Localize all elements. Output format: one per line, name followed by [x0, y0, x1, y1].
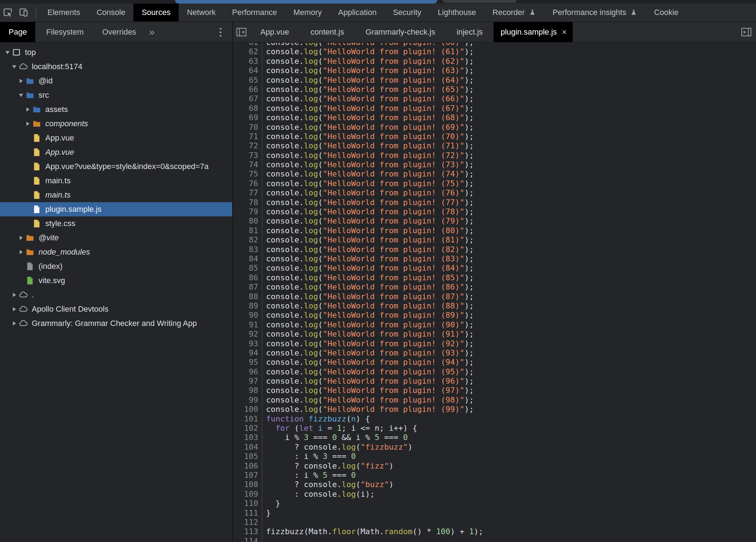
devtools-tab-memory[interactable]: Memory: [285, 4, 330, 21]
line-number[interactable]: 93: [233, 339, 258, 348]
devtools-tab-security[interactable]: Security: [385, 4, 429, 21]
code-line[interactable]: 111}: [233, 508, 756, 518]
code-line[interactable]: 75console.log("HelloWorld from plugin! (…: [233, 169, 756, 179]
line-number[interactable]: 77: [233, 188, 258, 198]
tree-item-index[interactable]: (index): [0, 259, 232, 273]
code-line[interactable]: 77console.log("HelloWorld from plugin! (…: [233, 188, 756, 198]
line-number[interactable]: 94: [233, 348, 258, 358]
code-line[interactable]: 79console.log("HelloWorld from plugin! (…: [233, 207, 756, 216]
devtools-tab-network[interactable]: Network: [179, 4, 224, 21]
editor-tab-app-vue[interactable]: App.vue: [250, 22, 300, 42]
code-line[interactable]: 114: [233, 537, 756, 542]
tree-item-main-ts[interactable]: main.ts: [0, 188, 232, 202]
tree-item-components[interactable]: components: [0, 117, 232, 131]
more-tabs-button[interactable]: »: [144, 22, 160, 42]
code-line[interactable]: 80console.log("HelloWorld from plugin! (…: [233, 216, 756, 226]
code-line[interactable]: 74console.log("HelloWorld from plugin! (…: [233, 160, 756, 169]
line-number[interactable]: 92: [233, 329, 258, 339]
code-line[interactable]: 99console.log("HelloWorld from plugin! (…: [233, 395, 756, 405]
line-number[interactable]: 100: [233, 405, 258, 414]
code-line[interactable]: 84console.log("HelloWorld from plugin! (…: [233, 254, 756, 264]
code-line[interactable]: 73console.log("HelloWorld from plugin! (…: [233, 151, 756, 160]
line-number[interactable]: 87: [233, 282, 258, 292]
line-number[interactable]: 86: [233, 273, 258, 282]
line-number[interactable]: 95: [233, 358, 258, 367]
code-line[interactable]: 78console.log("HelloWorld from plugin! (…: [233, 198, 756, 207]
code-line[interactable]: 95console.log("HelloWorld from plugin! (…: [233, 358, 756, 367]
code-line[interactable]: 92console.log("HelloWorld from plugin! (…: [233, 329, 756, 339]
code-line[interactable]: 109 : console.log(i);: [233, 490, 756, 499]
tree-item-assets[interactable]: assets: [0, 102, 232, 117]
line-number[interactable]: 72: [233, 141, 258, 150]
code-line[interactable]: 112: [233, 518, 756, 527]
line-number[interactable]: 83: [233, 245, 258, 254]
line-number[interactable]: 68: [233, 104, 258, 113]
line-number[interactable]: 64: [233, 66, 258, 75]
code-line[interactable]: 72console.log("HelloWorld from plugin! (…: [233, 141, 756, 150]
editor-tab-inject-js[interactable]: inject.js: [446, 22, 493, 42]
chevron-right-icon[interactable]: [17, 79, 25, 83]
code-line[interactable]: 85console.log("HelloWorld from plugin! (…: [233, 264, 756, 273]
toggle-device-toolbar-button[interactable]: [16, 5, 31, 20]
line-number[interactable]: 98: [233, 386, 258, 395]
line-number[interactable]: 90: [233, 311, 258, 320]
line-number[interactable]: 67: [233, 94, 258, 103]
line-number[interactable]: 65: [233, 76, 258, 85]
tree-item-id[interactable]: @id: [0, 74, 232, 88]
line-number[interactable]: 111: [233, 508, 258, 518]
line-number[interactable]: 61: [233, 43, 258, 47]
chevron-right-icon[interactable]: [17, 250, 25, 254]
line-number[interactable]: 112: [233, 518, 258, 527]
line-number[interactable]: 76: [233, 179, 258, 188]
tree-item-vite-svg[interactable]: vite.svg: [0, 273, 232, 288]
code-line[interactable]: 106 ? console.log("fizz"): [233, 461, 756, 471]
tree-item-node-modules[interactable]: node_modules: [0, 245, 232, 259]
line-number[interactable]: 106: [233, 461, 258, 471]
tree-item-item[interactable]: .: [0, 288, 232, 302]
code-line[interactable]: 91console.log("HelloWorld from plugin! (…: [233, 320, 756, 329]
code-line[interactable]: 100console.log("HelloWorld from plugin! …: [233, 405, 756, 414]
code-line[interactable]: 86console.log("HelloWorld from plugin! (…: [233, 273, 756, 282]
code-line[interactable]: 105 : i % 3 === 0: [233, 452, 756, 461]
line-number[interactable]: 75: [233, 169, 258, 179]
tree-item-grammarly-grammar-checker-and-writing-app[interactable]: Grammarly: Grammar Checker and Writing A…: [0, 316, 232, 331]
code-line[interactable]: 110 }: [233, 499, 756, 508]
code-line[interactable]: 90console.log("HelloWorld from plugin! (…: [233, 311, 756, 320]
line-number[interactable]: 104: [233, 443, 258, 452]
devtools-tab-console[interactable]: Console: [88, 4, 134, 21]
line-number[interactable]: 82: [233, 235, 258, 245]
line-number[interactable]: 89: [233, 301, 258, 311]
chevron-right-icon[interactable]: [10, 321, 18, 326]
code-line[interactable]: 107 : i % 5 === 0: [233, 471, 756, 480]
line-number[interactable]: 74: [233, 160, 258, 169]
tree-item-localhost-5174[interactable]: localhost:5174: [0, 60, 232, 74]
line-number[interactable]: 110: [233, 499, 258, 508]
line-number[interactable]: 85: [233, 264, 258, 273]
line-number[interactable]: 80: [233, 216, 258, 226]
line-number[interactable]: 70: [233, 123, 258, 132]
tree-item-plugin-sample-js[interactable]: plugin.sample.js: [0, 202, 232, 216]
code-line[interactable]: 96console.log("HelloWorld from plugin! (…: [233, 367, 756, 377]
editor-tab-content-js[interactable]: content.js: [300, 22, 355, 42]
code-line[interactable]: 81console.log("HelloWorld from plugin! (…: [233, 226, 756, 235]
chevron-right-icon[interactable]: [10, 307, 18, 311]
show-debugger-button[interactable]: [738, 22, 755, 42]
devtools-tab-performance-insights[interactable]: Performance insights: [545, 4, 646, 21]
tree-item-apollo-client-devtools[interactable]: Apollo Client Devtools: [0, 302, 232, 316]
editor-tab-plugin-sample-js[interactable]: plugin.sample.js×: [494, 22, 573, 42]
code-editor[interactable]: 61console.log("HelloWorld from plugin! (…: [233, 43, 756, 542]
tree-item-style-css[interactable]: style.css: [0, 216, 232, 231]
devtools-tab-performance[interactable]: Performance: [224, 4, 285, 21]
chevron-down-icon[interactable]: [10, 65, 18, 68]
line-number[interactable]: 81: [233, 226, 258, 235]
chevron-down-icon[interactable]: [17, 94, 25, 97]
tree-item-vite[interactable]: @vite: [0, 231, 232, 245]
code-line[interactable]: 103 i % 3 === 0 && i % 5 === 0: [233, 433, 756, 442]
code-line[interactable]: 61console.log("HelloWorld from plugin! (…: [233, 43, 756, 47]
line-number[interactable]: 66: [233, 85, 258, 94]
navigator-tab-page[interactable]: Page: [0, 22, 35, 42]
code-line[interactable]: 70console.log("HelloWorld from plugin! (…: [233, 123, 756, 132]
code-line[interactable]: 71console.log("HelloWorld from plugin! (…: [233, 132, 756, 141]
chevron-right-icon[interactable]: [24, 122, 32, 126]
tree-item-src[interactable]: src: [0, 88, 232, 102]
